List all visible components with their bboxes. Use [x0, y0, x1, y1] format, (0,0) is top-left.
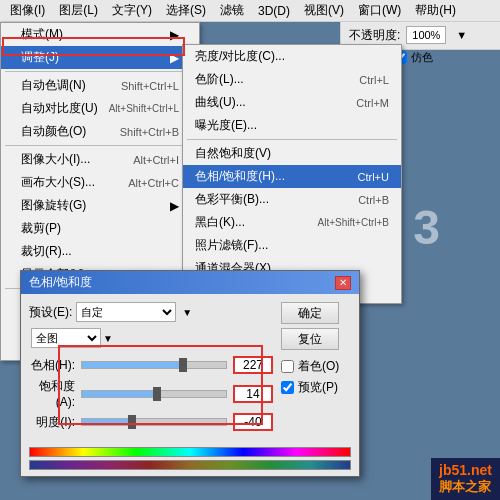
dialog-left: 预设(E): 自定 ▼ 全图 ▼ 色相(H): [29, 302, 273, 435]
colorbar-container [29, 447, 351, 470]
lightness-track [81, 418, 227, 426]
dialog-title: 色相/饱和度 [29, 274, 92, 291]
submenu-brightness[interactable]: 亮度/对比度(C)... [183, 45, 401, 68]
hue-saturation-dialog: 色相/饱和度 ✕ 预设(E): 自定 ▼ 全图 ▼ 色相(H): [20, 270, 360, 477]
menu-text[interactable]: 文字(Y) [106, 0, 158, 21]
dialog-right: 确定 复位 着色(O) 预览(P) [281, 302, 351, 435]
menu-3d[interactable]: 3D(D) [252, 2, 296, 20]
preview-label: 预览(P) [298, 379, 338, 396]
lightness-row: 明度(I): [29, 413, 273, 431]
preset-arrow: ▼ [182, 307, 192, 318]
submenu-divider-1 [187, 139, 397, 140]
menu-bar: 图像(I) 图层(L) 文字(Y) 选择(S) 滤镜 3D(D) 视图(V) 窗… [0, 0, 500, 22]
preview-checkbox[interactable] [281, 381, 294, 394]
menu-item-imagesize[interactable]: 图像大小(I)... Alt+Ctrl+I [1, 148, 199, 171]
saturation-fill [82, 391, 157, 397]
submenu-curves[interactable]: 曲线(U)... Ctrl+M [183, 91, 401, 114]
submenu-levels[interactable]: 色阶(L)... Ctrl+L [183, 68, 401, 91]
menu-select[interactable]: 选择(S) [160, 0, 212, 21]
menu-help[interactable]: 帮助(H) [409, 0, 462, 21]
dialog-body: 预设(E): 自定 ▼ 全图 ▼ 色相(H): [21, 294, 359, 443]
divider-1 [5, 71, 195, 72]
preview-checkbox-group[interactable]: 预览(P) [281, 379, 339, 396]
hue-thumb[interactable] [179, 358, 187, 372]
hue-value-input[interactable] [233, 356, 273, 374]
saturation-label: 饱和度(A): [29, 378, 81, 409]
menu-item-mode[interactable]: 模式(M) ▶ [1, 23, 199, 46]
preset-label: 预设(E): [29, 304, 72, 321]
hue-label: 色相(H): [29, 357, 81, 374]
opacity-label: 不透明度: [349, 27, 400, 44]
preset-row: 预设(E): 自定 ▼ [29, 302, 273, 322]
divider-2 [5, 145, 195, 146]
menu-item-autotone[interactable]: 自动色调(N) Shift+Ctrl+L [1, 74, 199, 97]
saturation-track [81, 390, 227, 398]
preset-select[interactable]: 自定 [76, 302, 176, 322]
colorize-label: 着色(O) [298, 358, 339, 375]
channel-select[interactable]: 全图 [31, 328, 101, 348]
menu-filter[interactable]: 滤镜 [214, 0, 250, 21]
saturation-value-input[interactable] [233, 385, 273, 403]
saturation-thumb[interactable] [153, 387, 161, 401]
menu-item-rotation[interactable]: 图像旋转(G) ▶ [1, 194, 199, 217]
dither-label: 仿色 [411, 50, 433, 65]
menu-item-autocolor[interactable]: 自动颜色(O) Shift+Ctrl+B [1, 120, 199, 143]
hue-slider-container[interactable] [81, 357, 227, 373]
hue-fill [82, 362, 183, 368]
submenu-colorbalance[interactable]: 色彩平衡(B)... Ctrl+B [183, 188, 401, 211]
menu-window[interactable]: 窗口(W) [352, 0, 407, 21]
lightness-value-input[interactable] [233, 413, 273, 431]
lightness-thumb[interactable] [128, 415, 136, 429]
menu-item-canvassize[interactable]: 画布大小(S)... Alt+Ctrl+C [1, 171, 199, 194]
opacity-input[interactable] [406, 26, 446, 44]
ok-button[interactable]: 确定 [281, 302, 339, 324]
menu-item-adjust[interactable]: 调整(J) ▶ [1, 46, 199, 69]
dialog-close-button[interactable]: ✕ [335, 276, 351, 290]
menu-item-trim[interactable]: 裁切(R)... [1, 240, 199, 263]
bg-number: 3 [413, 200, 440, 255]
menu-image[interactable]: 图像(I) [4, 0, 51, 21]
menu-item-autocontrast[interactable]: 自动对比度(U) Alt+Shift+Ctrl+L [1, 97, 199, 120]
colorize-checkbox-group[interactable]: 着色(O) [281, 358, 339, 375]
menu-view[interactable]: 视图(V) [298, 0, 350, 21]
lightness-fill [82, 419, 132, 425]
hue-row: 色相(H): [29, 356, 273, 374]
submenu-vibrance[interactable]: 自然饱和度(V) [183, 142, 401, 165]
channel-arrow: ▼ [103, 333, 113, 344]
colorbar-bottom [29, 460, 351, 470]
lightness-slider-container[interactable] [81, 414, 227, 430]
submenu-adjust: 亮度/对比度(C)... 色阶(L)... Ctrl+L 曲线(U)... Ct… [182, 44, 402, 304]
submenu-blackwhite[interactable]: 黑白(K)... Alt+Shift+Ctrl+B [183, 211, 401, 234]
menu-item-crop[interactable]: 裁剪(P) [1, 217, 199, 240]
watermark-name: 脚本之家 [439, 478, 492, 496]
submenu-hue-saturation[interactable]: 色相/饱和度(H)... Ctrl+U [183, 165, 401, 188]
dialog-titlebar: 色相/饱和度 ✕ [21, 271, 359, 294]
cancel-button[interactable]: 复位 [281, 328, 339, 350]
saturation-row: 饱和度(A): [29, 378, 273, 409]
lightness-label: 明度(I): [29, 414, 81, 431]
colorbar-top [29, 447, 351, 457]
watermark: jb51.net 脚本之家 [431, 458, 500, 500]
colorize-checkbox[interactable] [281, 360, 294, 373]
hue-track [81, 361, 227, 369]
checkboxes-area: 着色(O) 预览(P) [281, 358, 339, 396]
saturation-slider-container[interactable] [81, 386, 227, 402]
submenu-photofilter[interactable]: 照片滤镜(F)... [183, 234, 401, 257]
watermark-url: jb51.net [439, 462, 492, 478]
menu-layers[interactable]: 图层(L) [53, 0, 104, 21]
submenu-exposure[interactable]: 曝光度(E)... [183, 114, 401, 137]
